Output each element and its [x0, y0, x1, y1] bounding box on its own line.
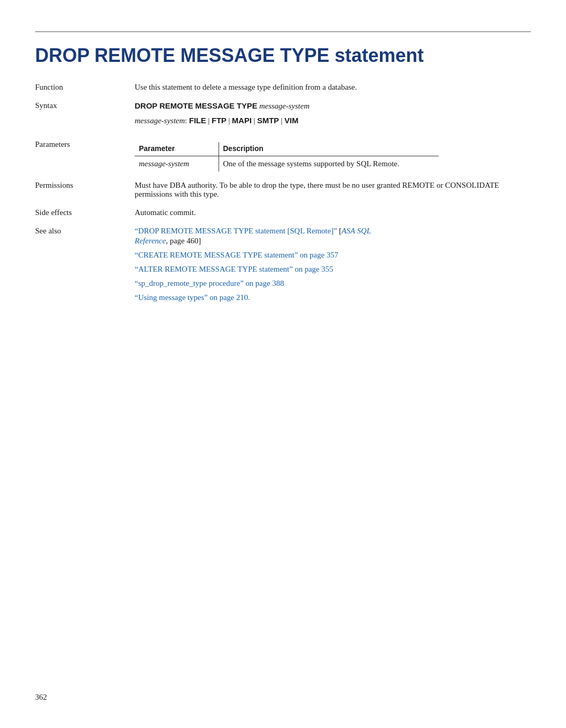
parameters-label: Parameters [35, 138, 135, 179]
see-also-link-3-anchor[interactable]: “ALTER REMOTE MESSAGE TYPE statement” on… [135, 265, 333, 273]
page-title: DROP REMOTE MESSAGE TYPE statement [35, 45, 531, 66]
function-label: Function [35, 81, 135, 99]
function-row: Function Use this statement to delete a … [35, 81, 531, 99]
side-effects-value: Automatic commit. [135, 206, 531, 224]
parameters-row: Parameters Parameter Description message… [35, 138, 531, 179]
syntax-line1: DROP REMOTE MESSAGE TYPE message-system [135, 101, 531, 111]
see-also-link-4: “sp_drop_remote_type procedure” on page … [135, 279, 531, 288]
see-also-link-5-anchor[interactable]: “Using message types” on page 210. [135, 293, 250, 302]
see-also-block: “DROP REMOTE MESSAGE TYPE statement [SQL… [135, 227, 531, 302]
parameters-value: Parameter Description message-system One… [135, 138, 531, 179]
syntax-message-system: message-system [135, 116, 185, 125]
see-also-value: “DROP REMOTE MESSAGE TYPE statement [SQL… [135, 224, 531, 309]
syntax-value: DROP REMOTE MESSAGE TYPE message-system … [135, 99, 531, 138]
syntax-mapi: MAPI [232, 116, 252, 125]
permissions-value: Must have DBA authority. To be able to d… [135, 179, 531, 206]
page-number: 362 [35, 693, 47, 702]
syntax-vim: VIM [285, 116, 299, 125]
syntax-ftp: FTP [212, 116, 226, 125]
param-header-parameter: Parameter [135, 142, 219, 156]
see-also-link-1b-anchor[interactable]: Reference [135, 237, 166, 245]
syntax-label: Syntax [35, 99, 135, 138]
see-also-link-5: “Using message types” on page 210. [135, 293, 531, 302]
see-also-link-4-anchor[interactable]: “sp_drop_remote_type procedure” on page … [135, 279, 284, 287]
see-also-label: See also [35, 224, 135, 309]
param-name: message-system [135, 156, 219, 172]
permissions-row: Permissions Must have DBA authority. To … [35, 179, 531, 206]
param-header-description: Description [219, 142, 439, 156]
parameters-table: Parameter Description message-system One… [135, 142, 439, 172]
top-rule [35, 31, 531, 32]
side-effects-row: Side effects Automatic commit. [35, 206, 531, 224]
syntax-row: Syntax DROP REMOTE MESSAGE TYPE message-… [35, 99, 531, 138]
see-also-row: See also “DROP REMOTE MESSAGE TYPE state… [35, 224, 531, 309]
see-also-link-1-anchor[interactable]: “DROP REMOTE MESSAGE TYPE statement [SQL… [135, 227, 337, 235]
syntax-file: FILE [189, 116, 206, 125]
permissions-label: Permissions [35, 179, 135, 206]
syntax-line2: message-system: FILE | FTP | MAPI | SMTP… [135, 116, 531, 125]
param-data-row: message-system One of the message system… [135, 156, 439, 172]
content-table: Function Use this statement to delete a … [35, 81, 531, 309]
see-also-link-1: “DROP REMOTE MESSAGE TYPE statement [SQL… [135, 227, 531, 235]
see-also-link-3: “ALTER REMOTE MESSAGE TYPE statement” on… [135, 265, 531, 274]
param-header-row: Parameter Description [135, 142, 439, 156]
see-also-link-1-asa: ASA SQL [342, 227, 371, 235]
see-also-link-1b: Reference, page 460] [135, 237, 531, 245]
param-description: One of the message systems supported by … [219, 156, 439, 172]
side-effects-label: Side effects [35, 206, 135, 224]
syntax-param: message-system [259, 102, 310, 110]
syntax-keyword: DROP REMOTE MESSAGE TYPE [135, 101, 257, 110]
syntax-smtp: SMTP [257, 116, 279, 125]
see-also-link-2-anchor[interactable]: “CREATE REMOTE MESSAGE TYPE statement” o… [135, 251, 338, 259]
see-also-link-2: “CREATE REMOTE MESSAGE TYPE statement” o… [135, 251, 531, 260]
function-value: Use this statement to delete a message t… [135, 81, 531, 99]
